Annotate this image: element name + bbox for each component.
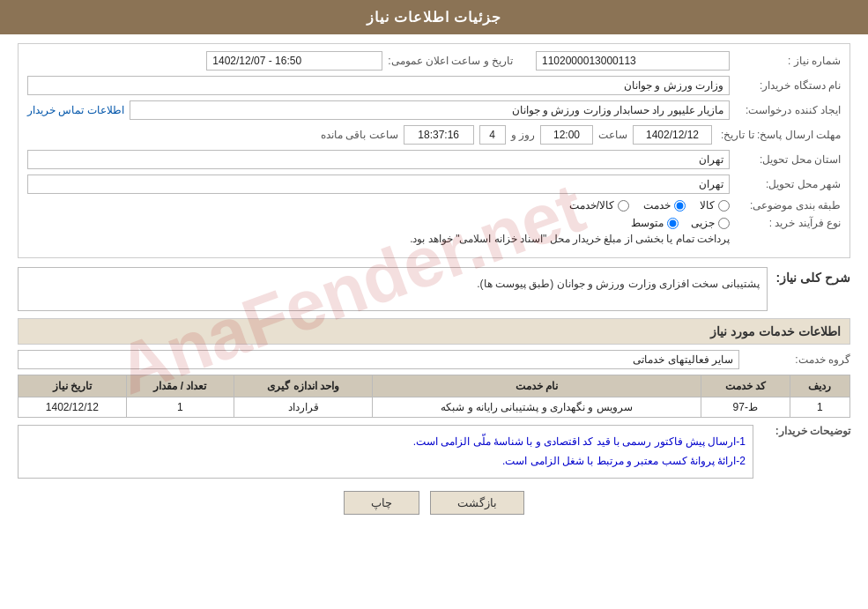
th-quantity: تعداد / مقدار — [126, 375, 234, 397]
category-option-khadamat[interactable]: خدمت — [643, 199, 686, 212]
row-creator: ایجاد کننده درخواست: مازیار علیپور راد ح… — [27, 100, 841, 120]
category-label-khadamat: خدمت — [643, 199, 671, 212]
category-radio-kala-khadamat[interactable] — [618, 200, 629, 212]
services-table: ردیف کد خدمت نام خدمت واحد اندازه گیری ت… — [18, 375, 850, 418]
table-row: 1 ط-97 سرویس و نگهداری و پشتیبانی رایانه… — [19, 397, 850, 418]
top-info-section: شماره نیاز : 1102000013000113 تاریخ و سا… — [18, 43, 850, 258]
service-group-row: گروه خدمت: سایر فعالیتهای خدماتی — [18, 350, 850, 369]
print-button[interactable]: چاپ — [344, 491, 419, 515]
category-radio-kala[interactable] — [718, 200, 730, 212]
row-province: استان محل تحویل: تهران — [27, 150, 841, 169]
th-date: تاریخ نیاز — [19, 375, 127, 397]
page-header: جزئیات اطلاعات نیاز — [0, 0, 868, 34]
service-group-label: گروه خدمت: — [745, 353, 850, 366]
deadline-label: مهلت ارسال پاسخ: تا تاریخ: — [717, 129, 841, 141]
deadline-remaining-label: ساعت باقی مانده — [321, 129, 398, 141]
td-row-1: 1 — [790, 397, 849, 418]
creator-label: ایجاد کننده درخواست: — [735, 104, 841, 116]
row-proc-type: نوع فرآیند خرید : جزیی متوسط پرداخت تمام… — [27, 217, 841, 245]
service-group-value: سایر فعالیتهای خدماتی — [18, 350, 739, 369]
deadline-days: 4 — [479, 125, 506, 145]
page-title: جزئیات اطلاعات نیاز — [367, 10, 502, 25]
contact-info-link[interactable]: اطلاعات تماس خریدار — [27, 104, 124, 116]
bottom-buttons: بازگشت چاپ — [18, 491, 850, 515]
buyer-notes-label: توضیحات خریدار: — [762, 425, 850, 437]
deadline-remaining: 18:37:16 — [404, 125, 474, 145]
proc-type-label-jozee: جزیی — [691, 217, 715, 229]
buyer-org-value: وزارت ورزش و جوانان — [27, 76, 730, 95]
buyer-note-line-2: 2-ارائهٔ پروانهٔ کسب معتبر و مرتبط با شغ… — [26, 452, 746, 472]
deadline-date: 1402/12/12 — [633, 125, 712, 145]
city-value: تهران — [27, 175, 730, 194]
td-name-1: سرویس و نگهداری و پشتیبانی رایانه و شبکه — [373, 397, 701, 418]
category-option-kala-khadamat[interactable]: کالا/خدمت — [569, 199, 629, 212]
need-description-label: شرح کلی نیاز: — [776, 267, 850, 288]
main-content: شماره نیاز : 1102000013000113 تاریخ و سا… — [0, 34, 868, 532]
need-description-value: پشتیبانی سخت افزاری وزارت ورزش و جوانان … — [18, 267, 768, 311]
proc-type-option-jozee[interactable]: جزیی — [691, 217, 730, 229]
buyer-org-label: نام دستگاه خریدار: — [735, 79, 841, 92]
need-description-wrapper: شرح کلی نیاز: پشتیبانی سخت افزاری وزارت … — [18, 267, 850, 311]
creator-value: مازیار علیپور راد حسابدار وزارت ورزش و ج… — [130, 100, 730, 120]
page-wrapper: جزئیات اطلاعات نیاز شماره نیاز : 1102000… — [0, 0, 868, 609]
back-button[interactable]: بازگشت — [430, 491, 524, 515]
proc-type-radio-jozee[interactable] — [718, 218, 730, 229]
row-need-number: شماره نیاز : 1102000013000113 تاریخ و سا… — [27, 51, 841, 71]
th-row: ردیف — [790, 375, 849, 397]
td-unit-1: قرارداد — [234, 397, 373, 418]
proc-type-radio-group: جزیی متوسط — [27, 217, 730, 229]
need-number-label: شماره نیاز : — [735, 55, 841, 67]
th-code: کد خدمت — [701, 375, 790, 397]
services-section: اطلاعات خدمات مورد نیاز گروه خدمت: سایر … — [18, 318, 850, 418]
buyer-notes-content: 1-ارسال پیش فاکتور رسمی با قید کد اقتصاد… — [18, 425, 753, 479]
row-deadline: مهلت ارسال پاسخ: تا تاریخ: 1402/12/12 سا… — [27, 125, 841, 145]
services-section-title: اطلاعات خدمات مورد نیاز — [18, 318, 850, 345]
table-header-row: ردیف کد خدمت نام خدمت واحد اندازه گیری ت… — [19, 375, 850, 397]
deadline-time: 12:00 — [540, 125, 593, 145]
category-radio-group: کالا خدمت کالا/خدمت — [569, 199, 730, 212]
announce-date-value: 1402/12/07 - 16:50 — [206, 51, 382, 71]
category-label-kala-khadamat: کالا/خدمت — [569, 199, 614, 212]
td-code-1: ط-97 — [701, 397, 790, 418]
proc-type-label-mutavasit: متوسط — [631, 217, 664, 229]
city-label: شهر محل تحویل: — [735, 178, 841, 190]
th-name: نام خدمت — [373, 375, 701, 397]
category-radio-khadamat[interactable] — [674, 200, 686, 212]
proc-type-radio-mutavasit[interactable] — [667, 218, 679, 229]
category-option-kala[interactable]: کالا — [700, 199, 730, 212]
announce-date-label: تاریخ و ساعت اعلان عمومی: — [388, 55, 513, 67]
deadline-days-label: روز و — [511, 129, 535, 141]
td-date-1: 1402/12/12 — [19, 397, 127, 418]
th-unit: واحد اندازه گیری — [234, 375, 373, 397]
need-description-row: شرح کلی نیاز: پشتیبانی سخت افزاری وزارت … — [18, 267, 850, 311]
province-label: استان محل تحویل: — [735, 153, 841, 166]
row-city: شهر محل تحویل: تهران — [27, 175, 841, 194]
buyer-note-line-1: 1-ارسال پیش فاکتور رسمی با قید کد اقتصاد… — [26, 433, 746, 452]
row-category: طبقه بندی موضوعی: کالا خدمت کالا/خدمت — [27, 199, 841, 212]
need-description-section: AnaFender.net شرح کلی نیاز: پشتیبانی سخت… — [18, 267, 850, 311]
need-number-value: 1102000013000113 — [536, 51, 730, 71]
td-quantity-1: 1 — [126, 397, 234, 418]
deadline-time-label: ساعت — [598, 129, 627, 141]
category-label-kala: کالا — [700, 199, 715, 212]
province-value: تهران — [27, 150, 730, 169]
buyer-notes-section: توضیحات خریدار: 1-ارسال پیش فاکتور رسمی … — [18, 425, 850, 479]
proc-type-label: نوع فرآیند خرید : — [735, 217, 841, 229]
row-buyer-org: نام دستگاه خریدار: وزارت ورزش و جوانان — [27, 76, 841, 95]
category-label: طبقه بندی موضوعی: — [735, 199, 841, 212]
proc-type-option-mutavasit[interactable]: متوسط — [631, 217, 679, 229]
proc-type-note: پرداخت تمام یا بخشی از مبلغ خریدار محل "… — [27, 233, 730, 245]
